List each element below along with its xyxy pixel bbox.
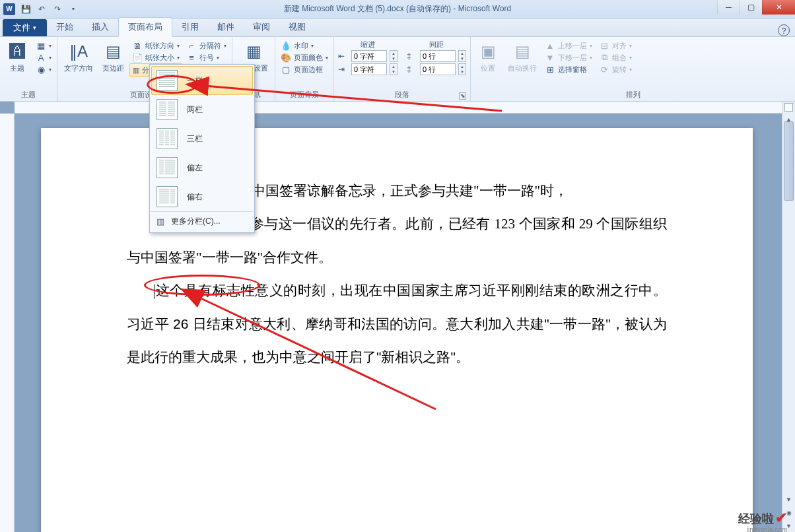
quick-access-toolbar: 💾 ↶ ↷ ▾ bbox=[20, 3, 79, 15]
indent-right-input[interactable] bbox=[351, 63, 387, 75]
right-column-icon bbox=[156, 186, 178, 207]
maximize-button[interactable]: ▢ bbox=[740, 0, 762, 15]
columns-more[interactable]: ▥更多分栏(C)... bbox=[151, 211, 253, 231]
theme-effects-button[interactable]: ◉▾ bbox=[33, 63, 54, 75]
align-button: ⊟对齐▾ bbox=[596, 40, 635, 51]
line-numbers-icon: ≡ bbox=[186, 52, 197, 63]
margins-icon: ▤ bbox=[103, 41, 124, 62]
save-icon[interactable]: 💾 bbox=[20, 3, 32, 15]
group-label-page-bg: 页面背景 bbox=[278, 88, 331, 101]
tab-references[interactable]: 引用 bbox=[172, 18, 208, 36]
indent-left-input[interactable] bbox=[351, 50, 387, 62]
indent-label: 缩进 bbox=[337, 40, 399, 50]
line-numbers-button[interactable]: ≡行号▾ bbox=[184, 51, 229, 63]
ribbon: 🅰 主题 ▦▾ A▾ ◉▾ 主题 ‖A 文字方向 ▤ 页边距 🗎纸张方向▾ bbox=[0, 37, 795, 102]
columns-dropdown: 一栏 两栏 三栏 偏左 偏右 ▥更多分栏(C)... bbox=[149, 64, 255, 233]
tab-review[interactable]: 审阅 bbox=[244, 18, 279, 36]
position-button: ▣ 位置 bbox=[473, 38, 502, 76]
theme-fonts-button[interactable]: A▾ bbox=[33, 51, 54, 63]
group-arrange: ▣ 位置 ▤ 自动换行 ▲上移一层▾ ▼下移一层▾ ⊞选择窗格 ⊟对齐▾ ⧉组合… bbox=[471, 37, 795, 101]
group-paragraph: 缩进 ⇤▲▼ ⇥▲▼ 间距 ‡▲▼ ‡▲▼ 段落⬊ bbox=[334, 37, 471, 101]
undo-icon[interactable]: ↶ bbox=[36, 3, 48, 15]
space-after-row: ‡▲▼ bbox=[405, 63, 467, 76]
wrap-icon: ▤ bbox=[512, 41, 533, 62]
columns-icon: ▥ bbox=[133, 66, 139, 75]
themes-button[interactable]: 🅰 主题 bbox=[3, 38, 32, 76]
space-before-input[interactable] bbox=[420, 50, 456, 62]
theme-colors-button[interactable]: ▦▾ bbox=[33, 40, 54, 51]
indent-right-icon: ⇥ bbox=[338, 65, 349, 74]
group-shapes-button: ⧉组合▾ bbox=[596, 51, 635, 63]
text-direction-button[interactable]: ‖A 文字方向 bbox=[60, 38, 97, 76]
selection-pane-icon: ⊞ bbox=[545, 64, 555, 75]
spinner[interactable]: ▲▼ bbox=[390, 63, 398, 75]
window-title: 新建 Microsoft Word 文档 (5).docx (自动保存的) - … bbox=[284, 3, 511, 15]
columns-right[interactable]: 偏右 bbox=[151, 182, 253, 211]
watermark-icon: 💧 bbox=[281, 40, 291, 51]
ribbon-tabs: 文件 开始 插入 页面布局 引用 邮件 审阅 视图 ? bbox=[0, 18, 795, 37]
orientation-button[interactable]: 🗎纸张方向▾ bbox=[129, 40, 182, 51]
document-page[interactable]: 与中国签署谅解备忘录，正式参与共建"一带一路"时， (G7)参与这一倡议的先行者… bbox=[41, 128, 753, 532]
one-column-icon bbox=[156, 70, 178, 91]
tab-mailings[interactable]: 邮件 bbox=[208, 18, 244, 36]
tab-page-layout[interactable]: 页面布局 bbox=[118, 17, 172, 37]
ruler-toggle-icon[interactable] bbox=[784, 103, 793, 112]
scroll-thumb[interactable] bbox=[784, 121, 794, 201]
title-bar: W 💾 ↶ ↷ ▾ 新建 Microsoft Word 文档 (5).docx … bbox=[0, 0, 795, 18]
columns-one[interactable]: 一栏 bbox=[151, 66, 253, 95]
help-icon[interactable]: ? bbox=[778, 24, 790, 36]
file-tab[interactable]: 文件 bbox=[3, 19, 47, 36]
group-theme: 🅰 主题 ▦▾ A▾ ◉▾ 主题 bbox=[0, 37, 57, 101]
watermark: 经验啦 ✔ jingyanla.com bbox=[738, 510, 787, 527]
group-icon: ⧉ bbox=[599, 52, 609, 63]
columns-left[interactable]: 偏左 bbox=[151, 153, 253, 182]
page-color-button[interactable]: 🎨页面颜色▾ bbox=[278, 51, 331, 63]
more-columns-icon: ▥ bbox=[156, 216, 164, 226]
align-icon: ⊟ bbox=[599, 40, 609, 51]
columns-three[interactable]: 三栏 bbox=[151, 124, 253, 153]
spinner[interactable]: ▲▼ bbox=[458, 50, 466, 62]
word-app-icon: W bbox=[3, 3, 15, 15]
tab-home[interactable]: 开始 bbox=[47, 18, 83, 36]
rotate-icon: ⟳ bbox=[599, 64, 609, 75]
qat-customize-icon[interactable]: ▾ bbox=[67, 3, 79, 15]
indent-left-row: ⇤▲▼ bbox=[337, 50, 399, 63]
redo-icon[interactable]: ↷ bbox=[52, 3, 63, 15]
page-borders-icon: ▢ bbox=[281, 64, 291, 75]
space-after-input[interactable] bbox=[420, 63, 456, 75]
window-controls: ─ ▢ ✕ bbox=[717, 0, 795, 15]
space-after-icon: ‡ bbox=[407, 65, 417, 74]
breaks-button[interactable]: ⌐分隔符▾ bbox=[184, 40, 229, 51]
margins-button[interactable]: ▤ 页边距 bbox=[98, 38, 128, 76]
tab-insert[interactable]: 插入 bbox=[83, 18, 118, 36]
vertical-scrollbar[interactable]: ▲ ▼ ◉ ▼ bbox=[782, 102, 795, 532]
scroll-down-icon[interactable]: ▼ bbox=[782, 494, 795, 506]
tab-view[interactable]: 视图 bbox=[279, 18, 315, 36]
check-icon: ✔ bbox=[775, 510, 787, 527]
two-column-icon bbox=[156, 99, 178, 120]
page-borders-button[interactable]: ▢页面边框 bbox=[278, 63, 331, 75]
space-before-row: ‡▲▼ bbox=[405, 50, 467, 63]
group-page-background: 💧水印▾ 🎨页面颜色▾ ▢页面边框 页面背景 bbox=[275, 37, 334, 101]
group-label-theme: 主题 bbox=[3, 88, 54, 101]
spinner[interactable]: ▲▼ bbox=[458, 63, 466, 75]
group-label-arrange: 排列 bbox=[473, 88, 792, 101]
size-button[interactable]: 📄纸张大小▾ bbox=[129, 51, 182, 63]
themes-label: 主题 bbox=[10, 63, 24, 73]
spacing-label: 间距 bbox=[405, 40, 467, 50]
space-before-icon: ‡ bbox=[407, 51, 417, 61]
paragraph-launcher[interactable]: ⬊ bbox=[459, 92, 466, 100]
paragraph-2: 这个具有标志性意义的时刻，出现在中国国家主席习近平刚刚结束的欧洲之行中。习近平 … bbox=[127, 274, 667, 374]
selection-pane-button[interactable]: ⊞选择窗格 bbox=[542, 63, 595, 75]
columns-two[interactable]: 两栏 bbox=[151, 95, 253, 124]
text-direction-icon: ‖A bbox=[68, 41, 89, 62]
minimize-button[interactable]: ─ bbox=[717, 0, 740, 15]
send-backward-button: ▼下移一层▾ bbox=[542, 51, 595, 63]
orientation-icon: 🗎 bbox=[132, 40, 143, 51]
spinner[interactable]: ▲▼ bbox=[390, 50, 398, 62]
close-button[interactable]: ✕ bbox=[762, 0, 795, 15]
vertical-ruler[interactable] bbox=[0, 114, 15, 532]
breaks-icon: ⌐ bbox=[186, 40, 197, 51]
horizontal-ruler[interactable] bbox=[15, 102, 782, 114]
watermark-button[interactable]: 💧水印▾ bbox=[278, 40, 331, 51]
